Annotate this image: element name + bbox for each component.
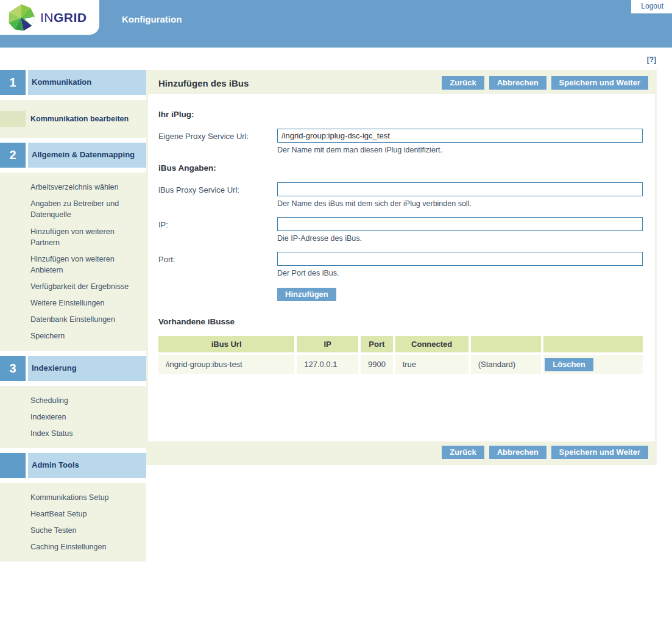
sidebar-section-kommunikation: 1 Kommunikation Kommunikation bearbeiten <box>0 70 146 138</box>
ibus-proxy-url-input[interactable] <box>277 182 643 196</box>
sidebar-item-weitere-partnern[interactable]: Hinzufügen von weiteren Partnern <box>0 226 146 248</box>
back-button-bottom[interactable]: Zurück <box>442 446 484 459</box>
step-2-number: 2 <box>0 143 26 168</box>
own-proxy-url-input[interactable] <box>277 129 643 143</box>
ibus-proxy-url-help: Der Name des iBus mit dem sich der iPlug… <box>277 199 643 208</box>
save-and-next-button-top[interactable]: Speichern und Weiter <box>551 76 648 90</box>
logo-box: INGRID <box>0 0 99 35</box>
sidebar-section-title-allgemein[interactable]: Allgemein & Datenmapping <box>28 143 146 168</box>
sidebar-section-allgemein-datenmapping: 2 Allgemein & Datenmapping Arbeitsverzei… <box>0 143 146 351</box>
sidebar-item-scheduling[interactable]: Scheduling <box>0 395 146 406</box>
delete-ibus-button[interactable]: Löschen <box>545 358 593 371</box>
panel-body: Ihr iPlug: Eigene Proxy Service Url: Der… <box>148 94 655 441</box>
ip-input[interactable] <box>277 217 643 231</box>
cell-ip: 127.0.0.1 <box>297 355 358 374</box>
save-and-next-button-bottom[interactable]: Speichern und Weiter <box>551 446 648 459</box>
cell-ibus-url: /ingrid-group:ibus-test <box>158 355 294 374</box>
sidebar-item-verfuegbarkeit[interactable]: Verfügbarkeit der Ergebnisse <box>0 281 146 292</box>
panel-footer: Zurück Abbrechen Speichern und Weiter <box>148 441 655 463</box>
own-proxy-url-label: Eigene Proxy Service Url: <box>158 129 277 163</box>
panel-title: Hinzufügen des iBus <box>158 78 249 88</box>
sidebar-item-heartbeat-setup[interactable]: HeartBeat Setup <box>0 508 146 519</box>
col-ip: IP <box>297 336 358 352</box>
sidebar-section-title-admin-tools[interactable]: Admin Tools <box>28 453 146 478</box>
add-ibus-button[interactable]: Hinzufügen <box>277 288 336 301</box>
ibus-section-heading: iBus Angaben: <box>158 163 643 173</box>
ip-label: IP: <box>158 217 277 252</box>
col-standard <box>471 336 541 352</box>
logo-wordmark: INGRID <box>40 10 87 25</box>
sidebar-item-index-status[interactable]: Index Status <box>0 428 146 439</box>
port-help: Der Port des iBus. <box>277 269 643 277</box>
step-1-number: 1 <box>0 70 26 95</box>
cell-connected: true <box>395 355 469 374</box>
cell-port: 9900 <box>361 355 393 374</box>
page-title: Konfiguration <box>122 14 182 24</box>
col-actions <box>543 336 643 352</box>
sidebar-section-title-indexierung[interactable]: Indexierung <box>28 356 146 381</box>
sidebar-item-weitere-einstellungen[interactable]: Weitere Einstellungen <box>0 298 146 309</box>
port-label: Port: <box>158 252 277 287</box>
sidebar-item-datenbank-einstellungen[interactable]: Datenbank Einstellungen <box>0 314 146 325</box>
table-header-row: iBus Url IP Port Connected <box>158 336 643 352</box>
back-button-top[interactable]: Zurück <box>442 76 484 90</box>
step-3-number: 3 <box>0 356 26 381</box>
ingrid-logo-icon <box>7 4 35 32</box>
sidebar-item-suche-testen[interactable]: Suche Testen <box>0 525 146 536</box>
ibus-table: iBus Url IP Port Connected /ingrid-group… <box>156 333 645 376</box>
sidebar-item-speichern[interactable]: Speichern <box>0 330 146 341</box>
sidebar-item-arbeitsverzeichnis[interactable]: Arbeitsverzeichnis wählen <box>0 182 146 193</box>
ip-help: Die IP-Adresse des iBus. <box>277 234 643 243</box>
main-panel: Hinzufügen des iBus Zurück Abbrechen Spe… <box>146 70 657 465</box>
cancel-button-top[interactable]: Abbrechen <box>489 76 546 90</box>
sidebar-section-admin-tools: Admin Tools Kommunikations Setup HeartBe… <box>0 453 146 562</box>
existing-ibusse-heading: Vorhandene iBusse <box>158 317 643 326</box>
cancel-button-bottom[interactable]: Abbrechen <box>489 446 546 459</box>
help-link[interactable]: [?] <box>647 55 656 64</box>
cell-standard: (Standard) <box>471 355 541 374</box>
sidebar-item-angaben-betreiber[interactable]: Angaben zu Betreiber und Datenquelle <box>0 198 146 220</box>
col-ibus-url: iBus Url <box>158 336 294 352</box>
help-row: [?] <box>0 48 672 70</box>
table-row: /ingrid-group:ibus-test 127.0.0.1 9900 t… <box>158 355 643 374</box>
sidebar-item-kommunikations-setup[interactable]: Kommunikations Setup <box>0 492 146 503</box>
sidebar-section-indexierung: 3 Indexierung Scheduling Indexieren Inde… <box>0 356 146 448</box>
port-input[interactable] <box>277 252 643 266</box>
iplug-section-heading: Ihr iPlug: <box>158 110 643 119</box>
sidebar-section-title-kommunikation[interactable]: Kommunikation <box>28 70 146 95</box>
app-header: INGRID Konfiguration Logout <box>0 0 672 48</box>
sidebar-item-indexieren[interactable]: Indexieren <box>0 412 146 423</box>
admin-tools-number <box>0 453 26 478</box>
sidebar-item-kommunikation-bearbeiten[interactable]: Kommunikation bearbeiten <box>0 113 146 124</box>
col-connected: Connected <box>395 336 469 352</box>
ibus-proxy-url-label: iBus Proxy Service Url: <box>158 182 277 217</box>
sidebar-item-caching-einstellungen[interactable]: Caching Einstellungen <box>0 541 146 552</box>
active-item-marker <box>0 111 26 127</box>
panel-header: Hinzufügen des iBus Zurück Abbrechen Spe… <box>148 72 655 94</box>
sidebar: 1 Kommunikation Kommunikation bearbeiten… <box>0 70 146 566</box>
own-proxy-url-help: Der Name mit dem man diesen iPlug identi… <box>277 146 643 154</box>
col-port: Port <box>361 336 393 352</box>
sidebar-item-weitere-anbietern[interactable]: Hinzufügen von weiteren Anbietern <box>0 254 146 276</box>
logout-button[interactable]: Logout <box>631 0 672 13</box>
sidebar-item-label: Kommunikation bearbeiten <box>30 115 129 123</box>
